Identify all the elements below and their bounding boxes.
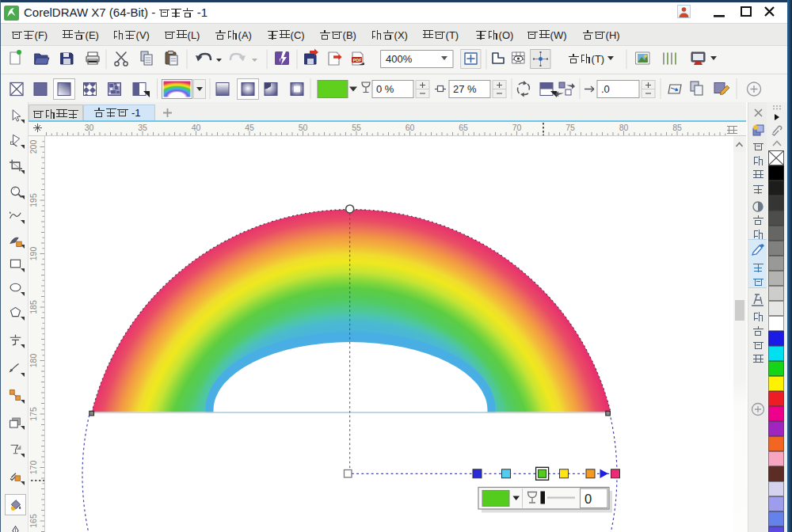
svg-text:170: 170 xyxy=(29,461,38,475)
svg-text:55: 55 xyxy=(352,123,361,132)
svg-text:60: 60 xyxy=(406,123,415,132)
svg-text:35: 35 xyxy=(138,123,147,132)
svg-text:30: 30 xyxy=(85,123,94,132)
svg-text:175: 175 xyxy=(29,407,38,421)
svg-text:75: 75 xyxy=(565,123,575,132)
svg-text:180: 180 xyxy=(29,354,38,368)
svg-text:200: 200 xyxy=(29,140,38,154)
svg-text:50: 50 xyxy=(299,123,308,132)
svg-text:0: 0 xyxy=(584,492,592,506)
svg-text:.0: .0 xyxy=(601,83,610,95)
svg-text:80: 80 xyxy=(619,123,629,132)
svg-text:400%: 400% xyxy=(386,53,413,65)
svg-text:45: 45 xyxy=(245,123,254,132)
svg-text:185: 185 xyxy=(29,300,38,314)
svg-text:190: 190 xyxy=(29,247,38,261)
svg-text:85: 85 xyxy=(672,123,682,132)
svg-text:PDF: PDF xyxy=(353,58,363,63)
svg-text:0 %: 0 % xyxy=(376,83,394,95)
svg-text:70: 70 xyxy=(512,123,522,132)
svg-text:195: 195 xyxy=(29,193,38,207)
svg-text:65: 65 xyxy=(459,123,468,132)
svg-text:27 %: 27 % xyxy=(453,83,477,95)
svg-text:40: 40 xyxy=(192,123,201,132)
svg-text:165: 165 xyxy=(29,514,38,528)
